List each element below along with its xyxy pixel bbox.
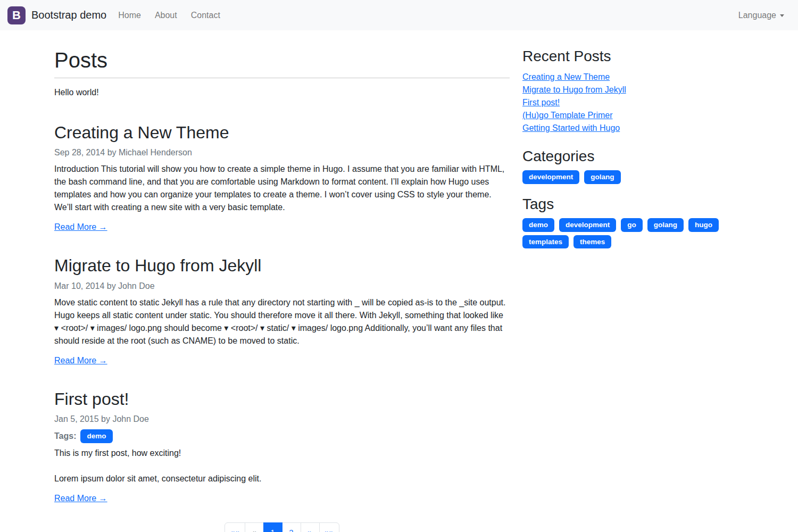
pagination-page-1[interactable]: 1 — [263, 522, 282, 532]
sidebar: Recent Posts Creating a New Theme Migrat… — [516, 47, 750, 260]
recent-posts-heading: Recent Posts — [522, 47, 744, 65]
pagination-last[interactable]: »» — [319, 522, 340, 532]
tag-badge[interactable]: go — [621, 218, 643, 232]
language-dropdown[interactable]: Language — [738, 11, 784, 20]
posts-column: Posts Hello world! Creating a New Theme … — [48, 47, 516, 532]
pagination-prev: « — [245, 522, 264, 532]
brand-text: Bootstrap demo — [31, 9, 106, 21]
tag-badge-demo[interactable]: demo — [80, 429, 112, 443]
category-badge[interactable]: development — [522, 170, 579, 184]
post-summary: Lorem ipsum dolor sit amet, consectetur … — [54, 472, 510, 485]
tags-badges: demo development go golang hugo template… — [522, 218, 744, 248]
pagination-next[interactable]: » — [301, 522, 320, 532]
recent-post-link[interactable]: (Hu)go Template Primer — [522, 111, 613, 120]
recent-posts-list: Creating a New Theme Migrate to Hugo fro… — [522, 71, 744, 135]
nav-item-about[interactable]: About — [155, 6, 177, 24]
nav-item-home[interactable]: Home — [118, 6, 141, 24]
post-meta: Sep 28, 2014 by Michael Henderson — [54, 146, 510, 159]
category-badge[interactable]: golang — [584, 170, 620, 184]
tag-badge[interactable]: templates — [522, 235, 569, 249]
intro-text: Hello world! — [54, 86, 510, 99]
categories-badges: development golang — [522, 170, 744, 184]
nav-links: Home About Contact — [118, 6, 234, 24]
post-title: Migrate to Hugo from Jekyll — [54, 255, 510, 276]
pagination-first[interactable]: «« — [225, 522, 245, 532]
tag-badge[interactable]: themes — [573, 235, 611, 249]
title-divider — [54, 78, 510, 78]
tags-heading: Tags — [522, 195, 744, 213]
recent-post-link[interactable]: First post! — [522, 98, 560, 107]
bootstrap-logo-icon: B — [7, 6, 26, 24]
page-container: Posts Hello world! Creating a New Theme … — [48, 30, 750, 532]
post-entry: Migrate to Hugo from Jekyll Mar 10, 2014… — [54, 255, 510, 365]
post-summary: Move static content to static Jekyll has… — [54, 296, 510, 347]
read-more-link[interactable]: Read More → — [54, 222, 107, 232]
tag-badge[interactable]: golang — [647, 218, 684, 232]
post-entry: First post! Jan 5, 2015 by John Doe Tags… — [54, 389, 510, 503]
post-meta: Jan 5, 2015 by John Doe — [54, 413, 510, 426]
language-label: Language — [738, 11, 776, 20]
pagination: «« « 1 2 » »» — [54, 522, 510, 532]
read-more-link[interactable]: Read More → — [54, 494, 107, 503]
nav-item-contact[interactable]: Contact — [191, 6, 220, 24]
recent-post-link[interactable]: Creating a New Theme — [522, 72, 610, 81]
post-tags-row: Tags: demo — [54, 429, 510, 443]
page-title: Posts — [54, 47, 510, 73]
navbar: B Bootstrap demo Home About Contact Lang… — [0, 0, 798, 30]
post-title: First post! — [54, 389, 510, 409]
post-title: Creating a New Theme — [54, 122, 510, 143]
categories-heading: Categories — [522, 147, 744, 165]
pagination-page-2[interactable]: 2 — [282, 522, 301, 532]
tags-label: Tags: — [54, 431, 76, 441]
post-entry: Creating a New Theme Sep 28, 2014 by Mic… — [54, 122, 510, 232]
recent-post-link[interactable]: Migrate to Hugo from Jekyll — [522, 85, 626, 94]
recent-post-link[interactable]: Getting Started with Hugo — [522, 123, 620, 132]
tag-badge[interactable]: hugo — [688, 218, 719, 232]
chevron-down-icon — [780, 14, 784, 17]
tag-badge[interactable]: development — [559, 218, 616, 232]
brand-link[interactable]: B Bootstrap demo — [7, 6, 106, 24]
post-summary: This is my first post, how exciting! — [54, 447, 510, 460]
tag-badge[interactable]: demo — [522, 218, 554, 232]
post-meta: Mar 10, 2014 by John Doe — [54, 280, 510, 293]
post-summary: Introduction This tutorial will show you… — [54, 163, 510, 214]
read-more-link[interactable]: Read More → — [54, 356, 107, 365]
